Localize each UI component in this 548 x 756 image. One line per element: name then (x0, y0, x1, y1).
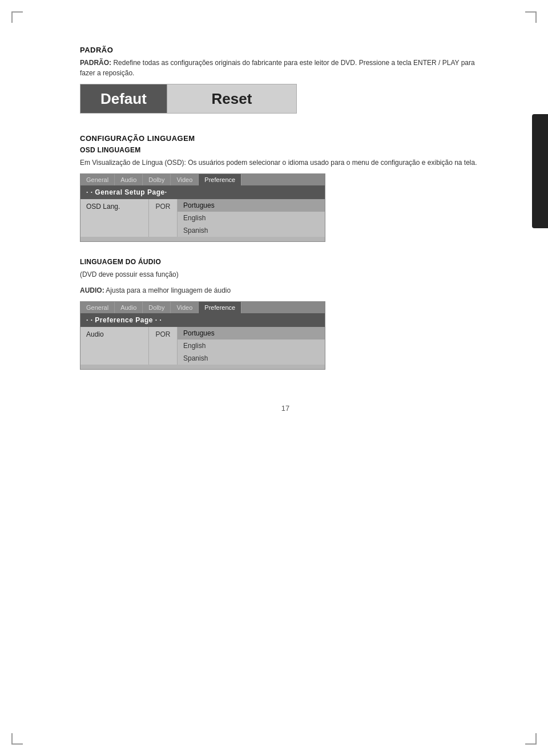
corner-br (525, 733, 537, 745)
padrao-text: Redefine todas as configurações originai… (80, 59, 475, 77)
dvd-menu-osd: General Audio Dolby Video Preference · ·… (80, 173, 325, 242)
osd-linguagem-title: OSD LINGUAGEM (80, 146, 491, 154)
dvd-menu-row-audio: Audio POR Portugues English Spanish (80, 327, 325, 365)
corner-bl (11, 733, 23, 745)
defaut-reset-box: Defaut Reset (80, 84, 297, 114)
audio-linguagem-block: LINGUAGEM DO ÁUDIO (DVD deve possuir ess… (80, 258, 491, 370)
corner-tl (11, 11, 23, 23)
option-portugues-osd[interactable]: Portugues (178, 199, 325, 212)
tab-general-audio[interactable]: General (80, 302, 115, 313)
config-linguagem-title: CONFIGURAÇÃO LINGUAGEM (80, 134, 491, 143)
tab-dolby-audio[interactable]: Dolby (143, 302, 171, 313)
option-portugues-audio[interactable]: Portugues (178, 327, 325, 339)
tab-preference-audio[interactable]: Preference (199, 302, 241, 313)
audio-bold: AUDIO: (80, 286, 104, 294)
dvd-menu-por-osd: POR (149, 199, 178, 237)
defaut-button[interactable]: Defaut (80, 84, 167, 113)
dvd-menu-options-osd: Portugues English Spanish (178, 199, 325, 237)
padrao-title: PADRÃO (80, 46, 491, 54)
padrao-description: PADRÃO: Redefine todas as configurações … (80, 58, 491, 78)
tab-preference-osd[interactable]: Preference (199, 174, 241, 185)
tab-video-audio[interactable]: Video (171, 302, 199, 313)
config-linguagem-section: CONFIGURAÇÃO LINGUAGEM OSD LINGUAGEM Em … (80, 134, 491, 370)
dvd-menu-row-osd: OSD Lang. POR Portugues English Spanish (80, 199, 325, 237)
tab-audio-audio[interactable]: Audio (115, 302, 143, 313)
option-english-osd[interactable]: English (178, 212, 325, 224)
osd-linguagem-description: Em Visualização de Língua (OSD): Os usuá… (80, 157, 491, 168)
dvd-menu-header-osd: · · General Setup Page· (80, 185, 325, 199)
padrao-section: PADRÃO PADRÃO: Redefine todas as configu… (80, 46, 491, 114)
page-container: PADRÃO PADRÃO: Redefine todas as configu… (0, 0, 548, 756)
audio-linguagem-title: LINGUAGEM DO ÁUDIO (80, 258, 491, 266)
dvd-menu-tabs-osd: General Audio Dolby Video Preference (80, 174, 325, 185)
tab-general-osd[interactable]: General (80, 174, 115, 185)
dvd-menu-audio: General Audio Dolby Video Preference · ·… (80, 301, 325, 370)
dvd-menu-por-audio: POR (149, 327, 178, 365)
audio-note: (DVD deve possuir essa função) (80, 269, 491, 280)
page-number: 17 (80, 404, 491, 413)
option-spanish-osd[interactable]: Spanish (178, 224, 325, 237)
dvd-menu-spacer-audio (80, 365, 325, 369)
right-bar (532, 114, 548, 228)
dvd-menu-header-audio: · · Preference Page · · (80, 313, 325, 327)
corner-tr (525, 11, 537, 23)
dvd-menu-tabs-audio: General Audio Dolby Video Preference (80, 302, 325, 313)
option-english-audio[interactable]: English (178, 339, 325, 352)
dvd-menu-options-audio: Portugues English Spanish (178, 327, 325, 365)
dvd-menu-spacer-osd (80, 237, 325, 241)
dvd-menu-label-audio: Audio (80, 327, 149, 365)
audio-description: AUDIO: Ajusta para a melhor linguagem de… (80, 285, 491, 296)
tab-audio-osd[interactable]: Audio (115, 174, 143, 185)
tab-video-osd[interactable]: Video (171, 174, 199, 185)
option-spanish-audio[interactable]: Spanish (178, 352, 325, 365)
tab-dolby-osd[interactable]: Dolby (143, 174, 171, 185)
dvd-menu-label-osd: OSD Lang. (80, 199, 149, 237)
reset-button[interactable]: Reset (167, 84, 296, 113)
audio-text: Ajusta para a melhor linguagem de áudio (104, 286, 231, 294)
padrao-bold: PADRÃO: (80, 59, 111, 67)
osd-linguagem-block: OSD LINGUAGEM Em Visualização de Língua … (80, 146, 491, 242)
